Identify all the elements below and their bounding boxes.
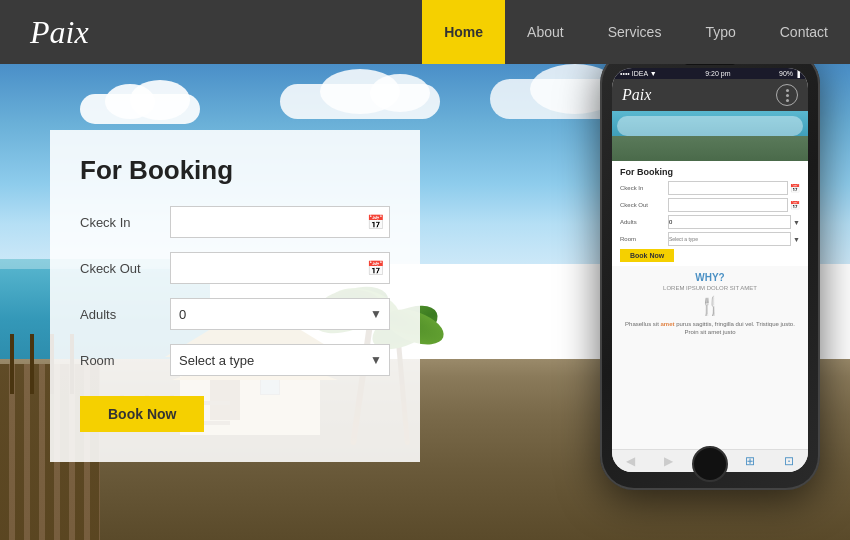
phone-logo: Paix (622, 86, 651, 104)
adults-select-wrap: 0 1 2 3 4 ▼ (170, 298, 390, 330)
phone-status-bar: •••• IDEA ▼ 9:20 pm 90% ▐ (612, 68, 808, 79)
phone-header: Paix (612, 79, 808, 111)
site-logo: Paix (0, 14, 422, 51)
phone-room-row: Room ▼ (620, 232, 800, 246)
phone-booking-panel: For Booking Ckeck In 📅 Ckeck Out 📅 Adult… (612, 161, 808, 266)
room-select[interactable]: Select a type Single Double Suite (170, 344, 390, 376)
phone-book-button[interactable]: Book Now (620, 249, 674, 262)
phone-outer: •••• IDEA ▼ 9:20 pm 90% ▐ Paix (600, 50, 820, 490)
book-now-button[interactable]: Book Now (80, 396, 204, 432)
checkin-input-wrap: 📅 (170, 206, 390, 238)
phone-why-text: Phasellus sit amet purus sagittis, fring… (620, 320, 800, 337)
checkout-row: Ckeck Out 📅 (80, 252, 390, 284)
nav-about[interactable]: About (505, 0, 586, 64)
pier-post-2 (30, 334, 34, 394)
nav-services[interactable]: Services (586, 0, 684, 64)
phone-adults-arrow: ▼ (793, 219, 800, 226)
phone-screen: •••• IDEA ▼ 9:20 pm 90% ▐ Paix (612, 68, 808, 472)
checkout-input[interactable] (170, 252, 390, 284)
phone-home-button[interactable] (692, 446, 728, 482)
room-row: Room Select a type Single Double Suite ▼ (80, 344, 390, 376)
room-label: Room (80, 353, 170, 368)
checkin-row: Ckeck In 📅 (80, 206, 390, 238)
booking-panel: For Booking Ckeck In 📅 Ckeck Out 📅 Adult… (50, 130, 420, 462)
phone-mockup: •••• IDEA ▼ 9:20 pm 90% ▐ Paix (600, 50, 820, 490)
phone-checkin-label: Ckeck In (620, 185, 668, 191)
header: Paix Home About Services Typo Contact (0, 0, 850, 64)
phone-hero-cloud (617, 116, 803, 136)
phone-checkout-label: Ckeck Out (620, 202, 668, 208)
nav-home[interactable]: Home (422, 0, 505, 64)
phone-adults-input[interactable] (668, 215, 791, 229)
phone-why-section: WHY? LOREM IPSUM DOLOR SIT AMET 🍴 Phasel… (612, 266, 808, 449)
phone-why-subtitle: LOREM IPSUM DOLOR SIT AMET (620, 285, 800, 291)
checkin-input[interactable] (170, 206, 390, 238)
checkin-label: Ckeck In (80, 215, 170, 230)
phone-hero-land (612, 136, 808, 161)
phone-room-label: Room (620, 236, 668, 242)
phone-battery: 90% ▐ (779, 70, 800, 77)
cloud-2-puff2 (370, 74, 430, 112)
phone-menu-dot-1 (786, 89, 789, 92)
checkout-label: Ckeck Out (80, 261, 170, 276)
phone-back-icon[interactable]: ◀ (626, 454, 635, 468)
phone-tabs-icon[interactable]: ⊞ (745, 454, 755, 468)
phone-adults-row: Adults ▼ (620, 215, 800, 229)
phone-cal-icon-1: 📅 (790, 184, 800, 193)
pier-post-1 (10, 334, 14, 394)
phone-adults-label: Adults (620, 219, 668, 225)
phone-why-title: WHY? (620, 272, 800, 283)
phone-checkin-input[interactable] (668, 181, 788, 195)
nav-typo[interactable]: Typo (683, 0, 757, 64)
phone-cal-icon-2: 📅 (790, 201, 800, 210)
phone-hero-image (612, 111, 808, 161)
phone-booking-title: For Booking (620, 167, 800, 177)
adults-label: Adults (80, 307, 170, 322)
cloud-1-puff2 (105, 84, 155, 119)
checkout-input-wrap: 📅 (170, 252, 390, 284)
nav-contact[interactable]: Contact (758, 0, 850, 64)
booking-title: For Booking (80, 155, 390, 186)
adults-row: Adults 0 1 2 3 4 ▼ (80, 298, 390, 330)
phone-checkout-row: Ckeck Out 📅 (620, 198, 800, 212)
phone-settings-icon[interactable]: ⊡ (784, 454, 794, 468)
main-nav: Home About Services Typo Contact (422, 0, 850, 64)
phone-room-arrow: ▼ (793, 236, 800, 243)
phone-room-input[interactable] (668, 232, 791, 246)
phone-checkout-input[interactable] (668, 198, 788, 212)
adults-select[interactable]: 0 1 2 3 4 (170, 298, 390, 330)
phone-menu-button[interactable] (776, 84, 798, 106)
phone-checkin-row: Ckeck In 📅 (620, 181, 800, 195)
phone-menu-dot-2 (786, 94, 789, 97)
phone-time: 9:20 pm (705, 70, 730, 77)
phone-forward-icon[interactable]: ▶ (664, 454, 673, 468)
phone-fork-knife-icon: 🍴 (620, 295, 800, 317)
phone-menu-dot-3 (786, 99, 789, 102)
phone-highlight-text: amet (660, 321, 674, 327)
phone-carrier: •••• IDEA ▼ (620, 70, 657, 77)
room-select-wrap: Select a type Single Double Suite ▼ (170, 344, 390, 376)
